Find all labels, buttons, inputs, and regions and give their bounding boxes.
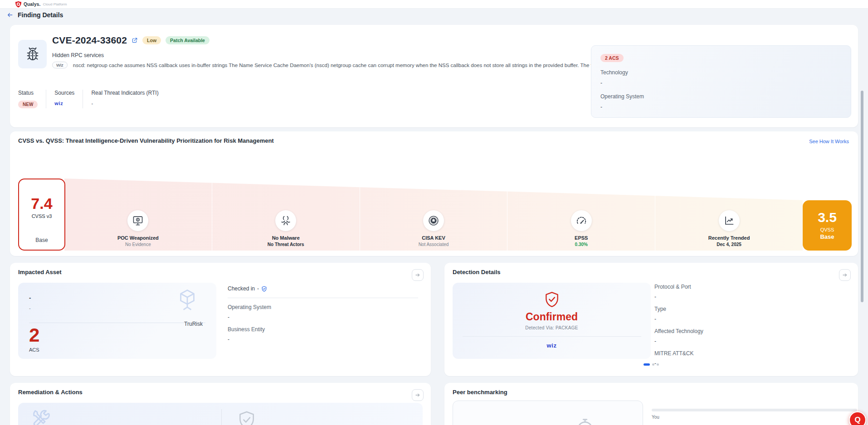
divider (46, 90, 46, 108)
indicator-poc-weaponized: POC Weaponized No Evidence (64, 179, 212, 251)
impacted-asset-expand-button[interactable] (412, 269, 424, 281)
page-title: Finding Details (18, 11, 63, 19)
indicator-malware: No Malware No Threat Actors (212, 179, 360, 251)
divider (29, 323, 205, 323)
peer-benchmarking-title: Peer benchmarking (453, 389, 507, 396)
network-cube-icon (175, 287, 200, 313)
trurisk-label: TruRisk (184, 321, 203, 327)
divider (228, 298, 418, 298)
cve-title-row: CVE-2024-33602 Low Patch Available (52, 35, 210, 46)
wiz-logo: wiz (54, 101, 74, 106)
cisa-kev-seal-icon (423, 210, 444, 231)
arrow-right-icon (842, 272, 848, 278)
type-value: - (654, 316, 845, 322)
os-label: Operating System (228, 304, 418, 310)
protocol-port-label: Protocol & Port (654, 284, 845, 290)
finding-description-row: Wiz nscd: netgroup cache assumes NSS cal… (52, 62, 583, 68)
sources-label: Sources (54, 90, 74, 96)
indicator-sublabel: No Evidence (125, 242, 151, 247)
type-label: Type (654, 306, 845, 312)
indicator-label: Recently Trended (708, 235, 750, 241)
sources-column: Sources wiz (54, 90, 74, 108)
checked-in-row: Checked in - (228, 285, 418, 292)
malware-icon (275, 210, 296, 231)
finding-subtitle: Hidden RPC services (52, 52, 104, 58)
vulnerability-icon-container (18, 40, 47, 68)
impacted-asset-title: Impacted Asset (18, 269, 62, 275)
finding-meta-row: Status NEW Sources wiz Real Threat Indic… (18, 90, 159, 108)
rti-value: - (91, 101, 158, 106)
you-benchmark-bar (652, 409, 857, 411)
qvss-label: QVSS (820, 227, 834, 232)
qualys-logo-icon (15, 1, 21, 8)
peer-benchmark-tile (453, 401, 643, 425)
see-how-it-works-link[interactable]: See How It Works (809, 139, 849, 144)
cve-id: CVE-2024-33602 (52, 35, 127, 46)
brand-name: Qualys. (24, 2, 41, 7)
carousel-dots (644, 363, 659, 366)
cvss-score: 7.4 (31, 196, 52, 211)
you-benchmark-row: You (652, 409, 857, 420)
checked-in-value: - (257, 285, 259, 292)
indicator-sublabel: 0.30% (575, 242, 588, 247)
indicator-recently-trended: Recently Trended Dec 4, 2025 (655, 179, 803, 251)
cvss-version-label: CVSS v3 (32, 213, 52, 219)
status-badge: NEW (18, 101, 38, 108)
carousel-dot[interactable] (657, 363, 659, 366)
poc-monitor-icon (127, 210, 148, 231)
arrow-right-icon (414, 392, 421, 398)
remediation-tile (18, 403, 423, 425)
cvss-qvss-card: CVSS vs. QVSS: Threat Intelligence-Drive… (10, 131, 858, 256)
trend-chart-icon (719, 210, 740, 231)
rti-column: Real Threat Indicators (RTI) - (91, 90, 158, 108)
business-entity-value: - (228, 336, 418, 343)
checked-in-label: Checked in (228, 285, 255, 292)
page-heading: Finding Details (6, 11, 63, 19)
wiz-logo: wiz (546, 342, 556, 349)
indicator-cisa-kev: CISA KEV Not Associated (360, 179, 507, 251)
divider (221, 409, 222, 425)
top-app-bar: Qualys. Cloud Platform (0, 0, 868, 9)
external-link-icon[interactable] (132, 37, 138, 43)
detected-via: Detected Via: PACKAGE (525, 325, 578, 330)
business-entity-label: Business Entity (228, 326, 418, 333)
brand-suffix: Cloud Platform (43, 2, 67, 6)
cvss-section-title: CVSS vs. QVSS: Threat Intelligence-Drive… (18, 137, 274, 144)
remediation-title: Remediation & Actions (18, 389, 83, 396)
acs-score-value: 2 (29, 326, 39, 345)
mitre-attack-value: - (654, 360, 845, 367)
carousel-dot-active[interactable] (644, 363, 650, 366)
cvss-score-box: 7.4 CVSS v3 Base (18, 179, 65, 251)
detection-detail-fields: Protocol & Port - Type - Affected Techno… (654, 278, 845, 367)
tools-icon (31, 408, 52, 425)
back-arrow-icon[interactable] (6, 11, 14, 19)
patch-available-badge: Patch Available (166, 36, 210, 44)
arrow-right-icon (414, 272, 421, 278)
operating-system-value: - (600, 104, 842, 110)
shield-check-icon (237, 410, 257, 425)
detection-status-tile: Confirmed Detected Via: PACKAGE wiz (453, 283, 651, 359)
agent-shield-icon (261, 286, 267, 292)
clock-icon (575, 417, 595, 425)
qualys-assistant-button[interactable]: Q (849, 411, 866, 425)
remediation-expand-button[interactable] (412, 389, 424, 401)
vertical-scrollbar[interactable] (861, 91, 863, 302)
remediation-actions-card: Remediation & Actions (10, 383, 431, 425)
indicator-sublabel: No Threat Actors (268, 242, 304, 247)
indicator-label: EPSS (575, 235, 588, 241)
affected-technology-label: Affected Technology (654, 328, 845, 334)
detection-status: Confirmed (526, 311, 578, 323)
asset-subvalue: - (29, 305, 31, 311)
mitre-attack-label: MITRE ATT&CK (654, 350, 845, 357)
qvss-score: 3.5 (818, 211, 837, 224)
finding-description: nscd: netgroup cache assumes NSS callbac… (73, 63, 621, 68)
indicator-label: POC Weaponized (117, 235, 159, 241)
indicator-sublabel: Not Associated (419, 242, 449, 247)
divider (83, 90, 83, 108)
affected-technology-value: - (654, 338, 845, 344)
protocol-port-value: - (654, 294, 845, 300)
carousel-dot[interactable] (652, 363, 654, 366)
divider (463, 336, 641, 337)
status-label: Status (18, 90, 38, 96)
shield-check-icon (543, 291, 561, 308)
